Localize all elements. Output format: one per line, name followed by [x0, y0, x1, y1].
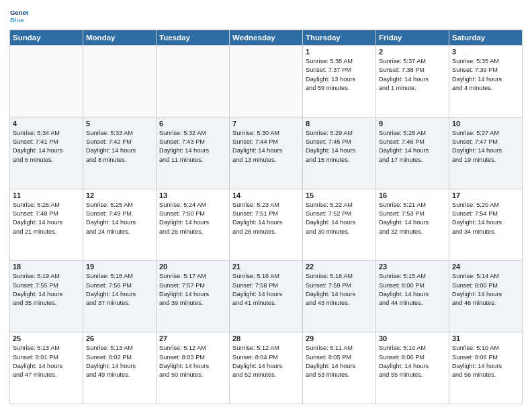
calendar-header-row: SundayMondayTuesdayWednesdayThursdayFrid… [10, 30, 523, 46]
day-number: 1 [306, 48, 373, 56]
day-info: Sunrise: 5:32 AM Sunset: 7:43 PM Dayligh… [159, 129, 226, 165]
day-number: 13 [159, 191, 226, 199]
day-info: Sunrise: 5:10 AM Sunset: 8:06 PM Dayligh… [452, 344, 519, 379]
day-number: 18 [13, 263, 80, 271]
svg-text:Blue: Blue [10, 16, 24, 24]
calendar-cell: 3Sunrise: 5:35 AM Sunset: 7:39 PM Daylig… [449, 46, 523, 118]
day-info: Sunrise: 5:33 AM Sunset: 7:42 PM Dayligh… [86, 129, 153, 165]
calendar-cell [83, 46, 157, 118]
day-info: Sunrise: 5:13 AM Sunset: 8:02 PM Dayligh… [86, 344, 153, 379]
day-info: Sunrise: 5:11 AM Sunset: 8:05 PM Dayligh… [306, 344, 373, 379]
calendar-cell: 31Sunrise: 5:10 AM Sunset: 8:06 PM Dayli… [449, 332, 523, 404]
calendar-cell: 2Sunrise: 5:37 AM Sunset: 7:38 PM Daylig… [376, 46, 449, 118]
calendar-cell: 23Sunrise: 5:15 AM Sunset: 8:00 PM Dayli… [376, 261, 449, 332]
day-info: Sunrise: 5:18 AM Sunset: 7:56 PM Dayligh… [86, 272, 153, 308]
day-info: Sunrise: 5:12 AM Sunset: 8:03 PM Dayligh… [159, 344, 226, 379]
day-info: Sunrise: 5:16 AM Sunset: 7:59 PM Dayligh… [306, 272, 373, 308]
day-info: Sunrise: 5:12 AM Sunset: 8:04 PM Dayligh… [232, 344, 300, 379]
calendar-cell [157, 46, 230, 118]
day-info: Sunrise: 5:29 AM Sunset: 7:45 PM Dayligh… [306, 129, 373, 165]
day-info: Sunrise: 5:17 AM Sunset: 7:57 PM Dayligh… [159, 272, 226, 308]
logo-icon: General Blue [9, 7, 28, 26]
header: General Blue [9, 7, 523, 26]
calendar-cell: 11Sunrise: 5:26 AM Sunset: 7:48 PM Dayli… [10, 189, 83, 261]
day-info: Sunrise: 5:10 AM Sunset: 8:06 PM Dayligh… [379, 344, 446, 379]
weekday-header: Saturday [449, 30, 523, 46]
day-info: Sunrise: 5:24 AM Sunset: 7:50 PM Dayligh… [159, 201, 226, 236]
day-info: Sunrise: 5:28 AM Sunset: 7:46 PM Dayligh… [379, 129, 446, 165]
calendar-cell: 5Sunrise: 5:33 AM Sunset: 7:42 PM Daylig… [83, 117, 157, 189]
day-info: Sunrise: 5:16 AM Sunset: 7:58 PM Dayligh… [232, 272, 300, 308]
calendar-cell: 30Sunrise: 5:10 AM Sunset: 8:06 PM Dayli… [376, 332, 449, 404]
calendar-week-row: 25Sunrise: 5:13 AM Sunset: 8:01 PM Dayli… [10, 332, 523, 404]
page: General Blue SundayMondayTuesdayWednesda… [0, 0, 532, 411]
calendar-cell: 25Sunrise: 5:13 AM Sunset: 8:01 PM Dayli… [10, 332, 83, 404]
day-number: 19 [86, 263, 153, 271]
day-info: Sunrise: 5:14 AM Sunset: 8:00 PM Dayligh… [452, 272, 519, 308]
calendar-cell: 15Sunrise: 5:22 AM Sunset: 7:52 PM Dayli… [303, 189, 376, 261]
day-number: 26 [86, 334, 153, 342]
calendar-week-row: 4Sunrise: 5:34 AM Sunset: 7:41 PM Daylig… [10, 117, 523, 189]
day-number: 27 [159, 334, 226, 342]
calendar-cell: 4Sunrise: 5:34 AM Sunset: 7:41 PM Daylig… [10, 117, 83, 189]
day-info: Sunrise: 5:22 AM Sunset: 7:52 PM Dayligh… [306, 201, 373, 236]
calendar-cell: 14Sunrise: 5:23 AM Sunset: 7:51 PM Dayli… [230, 189, 303, 261]
day-number: 22 [306, 263, 373, 271]
calendar-cell: 27Sunrise: 5:12 AM Sunset: 8:03 PM Dayli… [157, 332, 230, 404]
day-number: 25 [13, 334, 80, 342]
day-number: 5 [86, 120, 153, 128]
day-number: 28 [232, 334, 300, 342]
day-number: 21 [232, 263, 300, 271]
day-number: 23 [379, 263, 446, 271]
calendar-cell [10, 46, 83, 118]
day-number: 6 [159, 120, 226, 128]
day-number: 7 [232, 120, 300, 128]
calendar-week-row: 1Sunrise: 5:38 AM Sunset: 7:37 PM Daylig… [10, 46, 523, 118]
calendar-week-row: 18Sunrise: 5:19 AM Sunset: 7:55 PM Dayli… [10, 261, 523, 332]
day-number: 3 [452, 48, 519, 56]
weekday-header: Friday [376, 30, 449, 46]
calendar-cell: 10Sunrise: 5:27 AM Sunset: 7:47 PM Dayli… [449, 117, 523, 189]
day-number: 17 [452, 191, 519, 199]
day-info: Sunrise: 5:35 AM Sunset: 7:39 PM Dayligh… [452, 57, 519, 93]
calendar-cell: 17Sunrise: 5:20 AM Sunset: 7:54 PM Dayli… [449, 189, 523, 261]
calendar-cell: 16Sunrise: 5:21 AM Sunset: 7:53 PM Dayli… [376, 189, 449, 261]
calendar-cell: 13Sunrise: 5:24 AM Sunset: 7:50 PM Dayli… [157, 189, 230, 261]
day-number: 24 [452, 263, 519, 271]
day-number: 8 [306, 120, 373, 128]
calendar-table: SundayMondayTuesdayWednesdayThursdayFrid… [9, 30, 523, 404]
day-number: 14 [232, 191, 300, 199]
calendar-cell: 9Sunrise: 5:28 AM Sunset: 7:46 PM Daylig… [376, 117, 449, 189]
day-number: 12 [86, 191, 153, 199]
day-info: Sunrise: 5:21 AM Sunset: 7:53 PM Dayligh… [379, 201, 446, 236]
day-info: Sunrise: 5:23 AM Sunset: 7:51 PM Dayligh… [232, 201, 300, 236]
calendar-cell: 1Sunrise: 5:38 AM Sunset: 7:37 PM Daylig… [303, 46, 376, 118]
calendar-cell: 22Sunrise: 5:16 AM Sunset: 7:59 PM Dayli… [303, 261, 376, 332]
day-info: Sunrise: 5:13 AM Sunset: 8:01 PM Dayligh… [13, 344, 80, 379]
calendar-cell: 18Sunrise: 5:19 AM Sunset: 7:55 PM Dayli… [10, 261, 83, 332]
day-number: 15 [306, 191, 373, 199]
weekday-header: Sunday [10, 30, 83, 46]
day-info: Sunrise: 5:20 AM Sunset: 7:54 PM Dayligh… [452, 201, 519, 236]
calendar-cell: 20Sunrise: 5:17 AM Sunset: 7:57 PM Dayli… [157, 261, 230, 332]
calendar-cell: 19Sunrise: 5:18 AM Sunset: 7:56 PM Dayli… [83, 261, 157, 332]
calendar-cell: 26Sunrise: 5:13 AM Sunset: 8:02 PM Dayli… [83, 332, 157, 404]
weekday-header: Wednesday [230, 30, 303, 46]
calendar-cell: 12Sunrise: 5:25 AM Sunset: 7:49 PM Dayli… [83, 189, 157, 261]
day-info: Sunrise: 5:25 AM Sunset: 7:49 PM Dayligh… [86, 201, 153, 236]
calendar-cell: 29Sunrise: 5:11 AM Sunset: 8:05 PM Dayli… [303, 332, 376, 404]
day-info: Sunrise: 5:34 AM Sunset: 7:41 PM Dayligh… [13, 129, 80, 165]
day-number: 9 [379, 120, 446, 128]
day-number: 2 [379, 48, 446, 56]
day-info: Sunrise: 5:30 AM Sunset: 7:44 PM Dayligh… [232, 129, 300, 165]
calendar-cell: 6Sunrise: 5:32 AM Sunset: 7:43 PM Daylig… [157, 117, 230, 189]
day-info: Sunrise: 5:19 AM Sunset: 7:55 PM Dayligh… [13, 272, 80, 308]
day-info: Sunrise: 5:27 AM Sunset: 7:47 PM Dayligh… [452, 129, 519, 165]
day-number: 11 [13, 191, 80, 199]
day-number: 4 [13, 120, 80, 128]
day-info: Sunrise: 5:26 AM Sunset: 7:48 PM Dayligh… [13, 201, 80, 236]
logo: General Blue [9, 7, 31, 26]
calendar-cell: 8Sunrise: 5:29 AM Sunset: 7:45 PM Daylig… [303, 117, 376, 189]
weekday-header: Monday [83, 30, 157, 46]
day-number: 16 [379, 191, 446, 199]
